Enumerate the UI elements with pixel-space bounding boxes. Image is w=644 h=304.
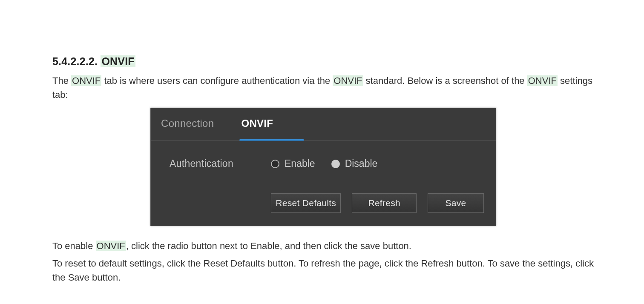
radio-disable-label: Disable: [345, 158, 378, 169]
authentication-row: Authentication Enable Disable: [170, 158, 484, 169]
panel-content: Authentication Enable Disable Reset Defa…: [151, 141, 496, 226]
tab-onvif[interactable]: ONVIF: [238, 116, 276, 135]
active-tab-indicator: [239, 139, 304, 141]
instruction-enable: To enable ONVIF, click the radio button …: [52, 239, 597, 253]
refresh-button[interactable]: Refresh: [352, 193, 417, 213]
save-button[interactable]: Save: [428, 193, 484, 213]
radio-enable[interactable]: Enable: [271, 158, 315, 169]
radio-enable-label: Enable: [285, 158, 315, 169]
radio-circle-icon: [331, 160, 340, 168]
button-row: Reset Defaults Refresh Save: [271, 193, 484, 213]
intro-text: standard. Below is a screenshot of the: [363, 75, 527, 86]
reset-defaults-button[interactable]: Reset Defaults: [271, 193, 341, 213]
heading-number: 5.4.2.2.2.: [52, 55, 98, 67]
document-page: 5.4.2.2.2. ONVIF The ONVIF tab is where …: [0, 0, 644, 304]
section-heading: 5.4.2.2.2. ONVIF: [52, 55, 597, 68]
tab-bar: Connection ONVIF: [151, 108, 496, 141]
tab-connection[interactable]: Connection: [158, 116, 217, 135]
onvif-settings-panel: Connection ONVIF Authentication Enable D…: [150, 108, 496, 226]
onvif-highlight: ONVIF: [71, 75, 101, 86]
intro-text: tab is where users can configure authent…: [101, 75, 333, 86]
intro-text: The: [52, 75, 71, 86]
onvif-highlight: ONVIF: [527, 75, 558, 86]
intro-paragraph: The ONVIF tab is where users can configu…: [52, 74, 597, 102]
onvif-highlight: ONVIF: [333, 75, 363, 86]
radio-circle-icon: [271, 160, 279, 168]
authentication-radio-group: Enable Disable: [271, 158, 377, 169]
radio-disable[interactable]: Disable: [331, 158, 378, 169]
closing-text: To enable: [52, 241, 96, 251]
instruction-reset-refresh-save: To reset to default settings, click the …: [52, 256, 597, 284]
authentication-label: Authentication: [170, 158, 242, 169]
closing-text: , click the radio button next to Enable,…: [126, 241, 411, 251]
heading-title: ONVIF: [101, 55, 135, 67]
onvif-highlight: ONVIF: [96, 241, 126, 251]
